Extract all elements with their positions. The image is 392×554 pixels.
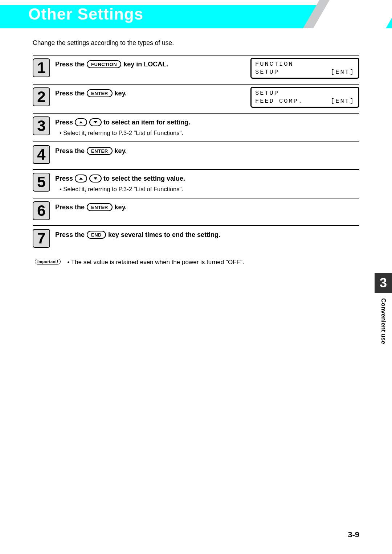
intro-text: Change the settings according to the typ… [33,39,359,47]
page-title: Other Settings [28,5,143,23]
step-number: 1 [33,58,50,77]
chapter-label: Convenient use [380,298,387,344]
lcd-display: FUNCTIONSETUP[ENT] [250,58,359,79]
step-row: 6Press the ENTER key. [33,198,359,225]
step-body: Press the ENTER key. [55,145,359,156]
step-body: Press the FUNCTION key in LOCAL. [55,58,250,69]
lcd-line2: SETUP[ENT] [255,68,355,76]
step-number: 2 [33,87,50,106]
step-instruction: Press the ENTER key. [55,146,359,156]
arrow-down-icon [89,118,102,126]
function-key: FUNCTION [87,60,121,68]
step-instruction: Press the FUNCTION key in LOCAL. [55,59,250,69]
step-row: 2Press the ENTER key.SETUPFEED COMP.[ENT… [33,84,359,113]
important-note: Important! • The set value is retained e… [33,259,359,266]
svg-marker-3 [94,177,97,180]
step-number: 5 [33,173,50,192]
step-instruction: Press to select the setting value. [55,173,359,184]
step-body: Press the END key several times to end t… [55,229,359,240]
step-row: 3Press to select an item for setting.• S… [33,113,359,141]
step-row: 1Press the FUNCTION key in LOCAL.FUNCTIO… [33,55,359,84]
step-body: Press to select the setting value.• Sele… [55,173,359,193]
step-body: Press the ENTER key. [55,201,359,212]
step-number: 6 [33,201,50,220]
lcd-line1: SETUP [255,89,355,97]
step-note: • Select it, referring to P.3-2 "List of… [60,186,359,193]
chapter-number: 3 [375,273,392,293]
page-header: Other Settings [0,0,392,28]
arrow-up-icon [75,175,87,182]
svg-marker-2 [79,177,83,180]
lcd-line2: FEED COMP.[ENT] [255,97,355,105]
lcd-display: SETUPFEED COMP.[ENT] [250,87,359,108]
arrow-down-icon [89,175,102,182]
page-number: 3-9 [348,530,359,539]
lcd-line1: FUNCTION [255,60,355,68]
important-badge: Important! [35,259,61,264]
step-row: 7Press the END key several times to end … [33,225,359,253]
step-instruction: Press the ENTER key. [55,88,250,98]
step-number: 3 [33,116,50,135]
step-body: Press the ENTER key. [55,87,250,98]
svg-marker-0 [79,121,83,123]
arrow-up-icon [75,118,87,126]
step-row: 5Press to select the setting value.• Sel… [33,169,359,198]
enter-key: ENTER [87,203,113,211]
step-instruction: Press to select an item for setting. [55,117,359,127]
step-number: 7 [33,229,50,248]
step-instruction: Press the ENTER key. [55,202,359,212]
page-content: Change the settings according to the typ… [0,28,392,266]
step-note: • Select it, referring to P.3-2 "List of… [60,130,359,136]
end-key: END [87,231,106,239]
step-body: Press to select an item for setting.• Se… [55,116,359,136]
step-instruction: Press the END key several times to end t… [55,230,359,240]
step-number: 4 [33,145,50,164]
enter-key: ENTER [87,89,113,97]
step-row: 4Press the ENTER key. [33,141,359,169]
chapter-tab: 3 Convenient use [375,273,392,360]
svg-marker-1 [94,121,97,123]
enter-key: ENTER [87,147,113,155]
important-text: • The set value is retained even when th… [67,259,244,266]
